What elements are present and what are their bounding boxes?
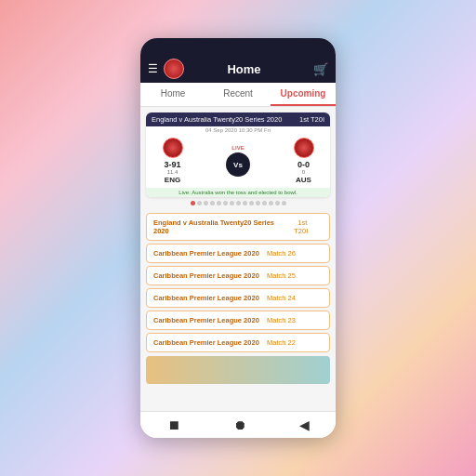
list-match-3: Match 24 (263, 294, 296, 302)
live-badge: LIVE (231, 145, 244, 151)
list-item-0[interactable]: England v Australia Twenty20 Series 2020… (146, 213, 330, 241)
status-bar (140, 38, 336, 55)
list-item-3[interactable]: Caribbean Premier League 2020 Match 24 (146, 288, 330, 308)
list-series-2: Caribbean Premier League 2020 (153, 271, 259, 280)
match-label: 1st T20I (299, 115, 324, 124)
page-title: Home (175, 62, 313, 76)
match-series: England v Australia Twenty20 Series 2020 (152, 115, 282, 124)
record-button[interactable]: ⏺ (233, 417, 246, 432)
bottom-thumbnail (146, 356, 330, 384)
match-list: England v Australia Twenty20 Series 2020… (146, 213, 330, 352)
featured-match-card: England v Australia Twenty20 Series 2020… (146, 112, 330, 197)
back-button[interactable]: ◀ (299, 417, 310, 432)
dots-row (140, 197, 336, 209)
list-series-1: Caribbean Premier League 2020 (153, 249, 259, 258)
content-area: England v Australia Twenty20 Series 2020… (140, 107, 336, 411)
team1-logo (163, 138, 183, 158)
vs-circle: Vs (226, 152, 250, 177)
list-match-2: Match 25 (263, 271, 296, 280)
menu-icon[interactable]: ☰ (148, 62, 158, 75)
dot-4[interactable] (217, 201, 221, 205)
team2-overs: 0 (302, 169, 305, 175)
dot-2[interactable] (204, 201, 208, 205)
tab-upcoming[interactable]: Upcoming (271, 83, 336, 106)
dot-3[interactable] (210, 201, 215, 205)
cart-icon[interactable]: 🛒 (313, 62, 328, 76)
dot-11[interactable] (262, 201, 267, 205)
team2-logo (294, 138, 314, 158)
team2-name: AUS (296, 176, 311, 184)
dot-6[interactable] (230, 201, 234, 205)
list-match-1: Match 26 (263, 249, 296, 258)
vs-container: LIVE Vs (226, 145, 250, 177)
dot-10[interactable] (256, 201, 260, 205)
team1-name: ENG (165, 176, 180, 184)
match-header: England v Australia Twenty20 Series 2020… (146, 112, 330, 126)
list-series-4: Caribbean Premier League 2020 (153, 316, 259, 324)
dot-14[interactable] (282, 201, 286, 205)
list-item-1[interactable]: Caribbean Premier League 2020 Match 26 (146, 244, 330, 263)
list-series-3: Caribbean Premier League 2020 (153, 294, 259, 302)
tab-home[interactable]: Home (140, 83, 205, 106)
dot-13[interactable] (275, 201, 280, 205)
team1-block: 3-91 11.4 ENG (152, 138, 193, 184)
top-bar: ☰ Home 🛒 (140, 55, 336, 83)
toss-info: Live: Australia won the toss and elected… (146, 188, 330, 197)
match-body: 3-91 11.4 ENG LIVE Vs 0-0 0 AUS (146, 134, 330, 188)
list-match-0: 1st T20I (294, 218, 323, 235)
list-series-0: England v Australia Twenty20 Series 2020 (153, 218, 290, 235)
team1-overs: 11.4 (167, 169, 178, 175)
thumb-image (146, 356, 330, 384)
team2-score: 0-0 (298, 160, 310, 169)
list-match-4: Match 23 (263, 316, 296, 324)
match-date: 04 Sep 2020 10:30 PM Fri (146, 126, 330, 134)
stop-button[interactable]: ⏹ (167, 417, 180, 432)
team2-block: 0-0 0 AUS (283, 138, 324, 184)
list-item-2[interactable]: Caribbean Premier League 2020 Match 25 (146, 266, 330, 285)
dot-0[interactable] (191, 201, 195, 205)
dot-9[interactable] (249, 201, 254, 205)
list-series-5: Caribbean Premier League 2020 (153, 338, 259, 347)
bottom-nav: ⏹ ⏺ ◀ (140, 411, 336, 438)
list-match-5: Match 22 (263, 338, 296, 347)
list-item-5[interactable]: Caribbean Premier League 2020 Match 22 (146, 333, 330, 352)
dot-5[interactable] (223, 201, 228, 205)
dot-7[interactable] (236, 201, 241, 205)
dot-12[interactable] (269, 201, 273, 205)
dot-8[interactable] (243, 201, 247, 205)
nav-tabs: Home Recent Upcoming (140, 83, 336, 107)
list-item-4[interactable]: Caribbean Premier League 2020 Match 23 (146, 311, 330, 330)
tab-recent[interactable]: Recent (205, 83, 271, 106)
team1-score: 3-91 (164, 160, 180, 169)
dot-1[interactable] (197, 201, 202, 205)
